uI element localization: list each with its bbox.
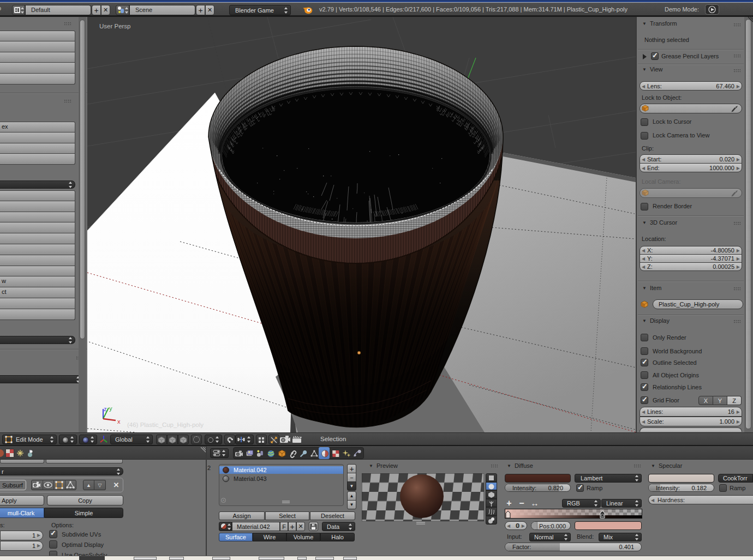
- svg-text:z: z: [104, 406, 107, 412]
- svg-text:x: x: [117, 418, 121, 425]
- svg-text:User Persp: User Persp: [99, 23, 131, 29]
- svg-text:(46) Plastic_Cup_High-poly: (46) Plastic_Cup_High-poly: [127, 421, 204, 428]
- svg-text:y: y: [109, 405, 112, 412]
